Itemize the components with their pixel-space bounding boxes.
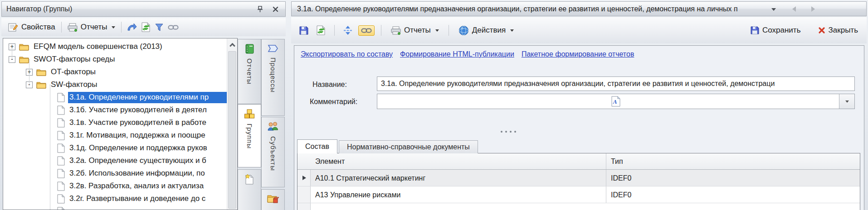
tree-item[interactable]: 3.1б. Участие руководителей в деятел	[3, 104, 227, 116]
filter-button[interactable]	[153, 22, 166, 33]
vtab-new-document[interactable]	[238, 169, 261, 210]
tree-item[interactable]: 3.2а. Определение существующих и б	[3, 154, 227, 167]
toolbar-right-group: Сохранить Закрыть	[747, 24, 861, 36]
cell-element[interactable]: А10.1 Стратегический маркетинг	[311, 170, 606, 186]
tree-item-label: SWOT-факторы среды	[32, 54, 117, 65]
tree-item-label: 3.1б. Участие руководителей в деятел	[68, 105, 209, 116]
link-toggle-button[interactable]	[358, 25, 375, 36]
tree-item-label: 3.2б. Использование информации, по	[68, 168, 207, 179]
export-by-structure-link[interactable]: Экспортировать по составу	[301, 50, 393, 58]
row-arrow-icon	[302, 176, 306, 180]
fit-height-button[interactable]	[341, 24, 355, 37]
table-row[interactable]: А10.1 Стратегический маркетинг IDEF0	[297, 170, 860, 186]
vtab-folder-objects[interactable]	[261, 189, 285, 210]
batch-reports-link[interactable]: Пакетное формирование отчетов	[522, 50, 634, 58]
name-input[interactable]: 3.1а. Определение руководителями предназ…	[377, 76, 855, 91]
cell-element[interactable]: А13 Управление рисками	[311, 186, 606, 203]
vtab-groups-label: Группы	[246, 124, 254, 149]
tree-item[interactable]: + EFQM модель совершенства (2013)	[3, 40, 227, 53]
tree-item-label: SW-факторы	[49, 79, 100, 91]
document-icon	[57, 93, 65, 102]
link-button[interactable]	[166, 23, 181, 32]
splitter-handle[interactable]	[501, 131, 516, 133]
tree-item[interactable]: - SWOT-факторы среды	[3, 53, 227, 66]
tab-reference-documents[interactable]: Нормативно-справочные документы	[339, 140, 478, 153]
tree-scrollbar[interactable]	[227, 38, 237, 210]
table-row[interactable]: А13 Управление рисками IDEF0	[297, 186, 860, 203]
refresh-document-icon	[141, 22, 151, 32]
editor-toolbar: Отчеты Действия Сохранить Закрыть	[291, 17, 867, 43]
chain-link-icon	[361, 28, 372, 33]
vtab-subjects[interactable]: Субъекты	[261, 117, 285, 187]
cell-type[interactable]: IDEF0	[606, 186, 860, 203]
reports-button[interactable]: Отчеты	[388, 24, 442, 36]
row-indicator	[297, 186, 311, 203]
tab-structure[interactable]: Состав	[297, 139, 337, 153]
document-icon	[57, 143, 65, 153]
tree-item[interactable]: 3.2в. Разработка, анализ и актуализа	[3, 180, 227, 192]
notebook-icon	[244, 43, 255, 54]
tree-item-selected[interactable]: 3.1а. Определение руководителями пр	[3, 91, 227, 104]
tree-guide-line	[29, 59, 29, 85]
save-commit-button[interactable]: Сохранить	[747, 24, 804, 36]
folder-icon	[19, 56, 29, 63]
save-button[interactable]	[297, 24, 311, 37]
redo-arrow-icon	[127, 23, 137, 32]
cell-type[interactable]: IDEF0	[606, 170, 860, 186]
tab-list-dropdown-icon[interactable]	[771, 8, 776, 11]
chevron-down-icon	[845, 100, 849, 103]
close-icon[interactable]	[270, 4, 281, 14]
scroll-up-button[interactable]	[227, 38, 237, 50]
tree-item-label: ОТ-факторы	[49, 67, 98, 78]
tree-item[interactable]: 3.1д. Определение и поддержка руков	[3, 142, 227, 154]
floppy-icon	[750, 26, 759, 35]
tree-item[interactable]: 3.2б. Использование информации, по	[3, 167, 227, 180]
refresh-button[interactable]	[314, 24, 328, 37]
html-publication-link[interactable]: Формирование HTML-публикации	[400, 50, 514, 58]
pin-icon[interactable]	[254, 4, 265, 14]
document-icon	[57, 118, 65, 128]
editor-content: Экспортировать по составу Формирование H…	[294, 45, 864, 210]
column-header-type[interactable]: Тип	[606, 153, 860, 169]
vtab-processes-label: Процессы	[269, 57, 277, 93]
tree-item[interactable]: - SW-факторы	[3, 78, 227, 91]
properties-button[interactable]: Свойства	[5, 21, 59, 33]
table-header-row: Элемент Тип	[297, 153, 860, 170]
floppy-icon	[299, 26, 308, 35]
vtab-processes[interactable]: Процессы	[261, 39, 285, 116]
scrollbar-thumb[interactable]	[228, 51, 236, 209]
refresh-button[interactable]	[139, 21, 153, 33]
indicator-header-cell	[297, 153, 311, 169]
previous-tab-icon[interactable]	[792, 6, 796, 12]
tree-item-label: 3.2а. Определение существующих и б	[68, 155, 209, 167]
close-red-icon	[818, 27, 825, 34]
tree-item-partial[interactable]	[3, 205, 227, 210]
structure-table: Элемент Тип А10.1 Стратегический маркети…	[297, 153, 860, 210]
comment-input[interactable]: A	[377, 94, 855, 109]
tree-viewport: + EFQM модель совершенства (2013) - SWOT…	[3, 38, 227, 210]
go-to-button[interactable]	[124, 21, 139, 33]
tree-item[interactable]: 3.1в. Участие руководителей в работе	[3, 116, 227, 129]
new-document-icon	[245, 174, 254, 185]
actions-button[interactable]: Действия	[455, 24, 517, 37]
tree-item[interactable]: 3.2г. Развертывание и доведение до с	[3, 192, 227, 205]
tree-item[interactable]: 3.1г. Мотивация, поддержка и поощре	[3, 129, 227, 142]
tree-guide-line	[50, 85, 50, 210]
navigator-tree: + EFQM модель совершенства (2013) - SWOT…	[3, 38, 238, 210]
comment-dropdown-button[interactable]	[839, 94, 854, 109]
column-header-element[interactable]: Элемент	[311, 153, 606, 169]
document-tab-bar: 3.1а. Определение руководителями предназ…	[291, 1, 867, 16]
reports-button[interactable]: Отчеты	[64, 21, 119, 33]
tree-item[interactable]: + ОТ-факторы	[3, 66, 227, 78]
globe-icon	[458, 25, 469, 36]
formatted-text-icon: A	[611, 96, 620, 107]
vtab-reports[interactable]: Отчеты	[238, 39, 261, 104]
vtab-groups[interactable]: Группы	[238, 104, 261, 167]
document-title[interactable]: 3.1а. Определение руководителями предназ…	[297, 5, 762, 13]
save-commit-label: Сохранить	[762, 26, 800, 35]
close-document-button[interactable]: Закрыть	[815, 24, 861, 36]
next-tab-icon[interactable]	[811, 6, 815, 12]
folder-icon	[36, 81, 46, 89]
tree-guide-line	[12, 47, 12, 59]
folder-icon	[36, 68, 46, 76]
